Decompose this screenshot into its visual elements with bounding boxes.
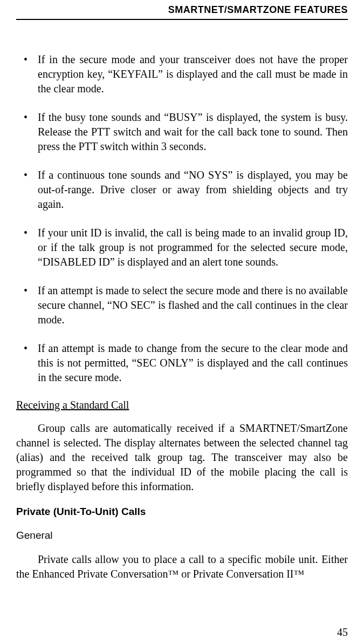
paragraph-private: Private calls allow you to place a call … [16,552,348,581]
section-heading-private: Private (Unit-To-Unit) Calls [16,506,348,518]
subheading-receiving: Receiving a Standard Call [16,399,348,411]
page-number: 45 [337,626,348,639]
bullet-list: If in the secure mode and your transceiv… [16,52,348,385]
header-divider [16,19,348,20]
bullet-item: If in the secure mode and your transceiv… [38,52,348,96]
bullet-item: If an attempt is made to change from the… [38,341,348,385]
bullet-item: If a continuous tone sounds and “NO SYS”… [38,168,348,212]
bullet-item: If an attempt is made to select the secu… [38,283,348,327]
page-header: SMARTNET/SMARTZONE FEATURES [16,0,348,19]
header-title: SMARTNET/SMARTZONE FEATURES [168,4,348,15]
bullet-item: If your unit ID is invalid, the call is … [38,226,348,269]
bullet-item: If the busy tone sounds and “BUSY” is di… [38,110,348,154]
sub-section-heading-general: General [16,530,348,541]
paragraph-receiving: Group calls are automatically received i… [16,421,348,494]
